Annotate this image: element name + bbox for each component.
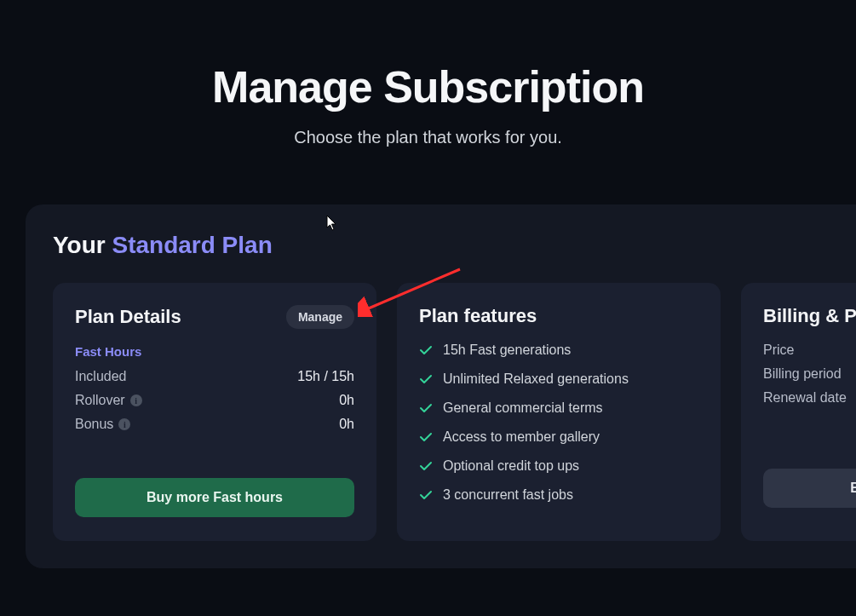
feature-text: 15h Fast generations bbox=[443, 343, 571, 358]
feature-item: Unlimited Relaxed generations bbox=[419, 371, 698, 387]
plan-prefix: Your bbox=[53, 232, 112, 258]
feature-text: General commercial terms bbox=[443, 400, 603, 416]
feature-text: Access to member gallery bbox=[443, 429, 600, 445]
rollover-value: 0h bbox=[339, 393, 354, 408]
bonus-row: Bonus i 0h bbox=[75, 417, 354, 432]
feature-item: Access to member gallery bbox=[419, 429, 698, 445]
included-value: 15h / 15h bbox=[297, 369, 354, 384]
feature-text: Unlimited Relaxed generations bbox=[443, 371, 629, 387]
info-icon[interactable]: i bbox=[118, 418, 130, 430]
subscription-panel: Your Standard Plan Plan Details Manage F… bbox=[26, 204, 856, 568]
page-title: Manage Subscription bbox=[0, 61, 856, 112]
feature-item: 3 concurrent fast jobs bbox=[419, 487, 698, 503]
included-row: Included 15h / 15h bbox=[75, 369, 354, 384]
bonus-label: Bonus i bbox=[75, 417, 130, 432]
feature-text: Optional credit top ups bbox=[443, 458, 579, 474]
feature-list: 15h Fast generations Unlimited Relaxed g… bbox=[419, 343, 698, 503]
manage-button[interactable]: Manage bbox=[286, 305, 354, 329]
billing-renewal-label: Renewal date bbox=[763, 390, 856, 406]
billing-price-label: Price bbox=[763, 343, 856, 358]
feature-item: Optional credit top ups bbox=[419, 458, 698, 474]
plan-features-card: Plan features 15h Fast generations Unlim… bbox=[397, 283, 721, 541]
included-label: Included bbox=[75, 369, 127, 384]
billing-period-label: Billing period bbox=[763, 366, 856, 382]
billing-title: Billing & Payment bbox=[763, 305, 856, 327]
feature-text: 3 concurrent fast jobs bbox=[443, 487, 573, 503]
plan-details-card: Plan Details Manage Fast Hours Included … bbox=[53, 283, 376, 541]
plan-features-title: Plan features bbox=[419, 305, 537, 327]
bonus-value: 0h bbox=[339, 417, 354, 432]
rollover-row: Rollover i 0h bbox=[75, 393, 354, 408]
page-subtitle: Choose the plan that works for you. bbox=[0, 128, 856, 147]
info-icon[interactable]: i bbox=[130, 394, 142, 406]
buy-fast-hours-button[interactable]: Buy more Fast hours bbox=[75, 478, 354, 517]
plan-name: Standard Plan bbox=[112, 232, 272, 258]
check-icon bbox=[419, 372, 433, 386]
plan-heading: Your Standard Plan bbox=[53, 232, 856, 259]
rollover-label: Rollover i bbox=[75, 393, 142, 408]
edit-billing-button[interactable]: Edit Billing bbox=[763, 469, 856, 508]
check-icon bbox=[419, 401, 433, 415]
plan-details-title: Plan Details bbox=[75, 306, 181, 328]
check-icon bbox=[419, 488, 433, 502]
fast-hours-label: Fast Hours bbox=[75, 344, 354, 359]
check-icon bbox=[419, 430, 433, 444]
check-icon bbox=[419, 459, 433, 473]
feature-item: General commercial terms bbox=[419, 400, 698, 416]
check-icon bbox=[419, 343, 433, 357]
billing-card: Billing & Payment Price Billing period R… bbox=[741, 283, 856, 541]
feature-item: 15h Fast generations bbox=[419, 343, 698, 358]
